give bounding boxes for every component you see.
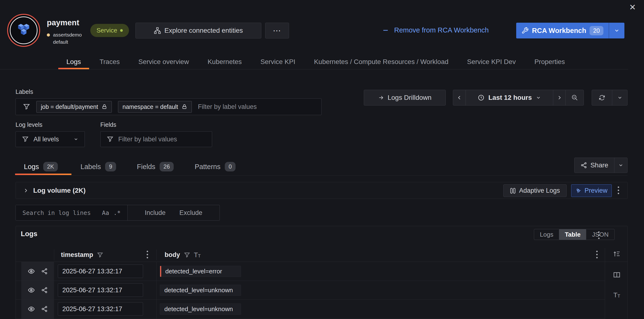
logs-drilldown-button[interactable]: Logs Drilldown: [364, 90, 446, 105]
share-icon[interactable]: [41, 287, 48, 294]
exclude-button[interactable]: Exclude: [180, 209, 202, 217]
refresh-interval-dropdown[interactable]: [612, 90, 627, 105]
column-divider: [605, 248, 605, 319]
more-actions-button[interactable]: ⋯: [265, 23, 289, 38]
preview-label: Preview: [584, 187, 608, 194]
tab-kubernetes[interactable]: Kubernetes: [200, 54, 250, 69]
fields-filter-placeholder: Filter by label values: [118, 136, 177, 143]
timestamp-column-header[interactable]: timestamp: [61, 248, 103, 262]
page-title: payment: [47, 18, 79, 27]
refresh-icon: [598, 94, 605, 101]
label-chip-namespace[interactable]: namespace = default: [118, 101, 192, 113]
view-option-json[interactable]: JSON: [586, 229, 614, 240]
log-search-input[interactable]: [22, 209, 94, 216]
adaptive-logs-label: Adaptive Logs: [519, 187, 560, 194]
inspect-eye-icon[interactable]: [28, 268, 35, 275]
text-size-icon[interactable]: TT: [194, 252, 201, 258]
time-range-button[interactable]: Last 12 hours: [466, 90, 553, 105]
labels-filter-input[interactable]: job = default/payment namespace = defaul…: [16, 98, 322, 115]
share-dropdown[interactable]: [614, 158, 627, 173]
timestamp-column-menu[interactable]: [147, 251, 148, 258]
tab-logs[interactable]: Logs: [58, 54, 89, 69]
service-type-label: Service: [96, 27, 117, 34]
fields-filter-input[interactable]: Filter by label values: [100, 131, 212, 147]
logs-drilldown-label: Logs Drilldown: [388, 94, 432, 101]
tab-label: Service overview: [138, 58, 189, 66]
tab-kubernetes-compute-resources-workload[interactable]: Kubernetes / Compute Resources / Workloa…: [306, 54, 456, 69]
log-volume-expander[interactable]: Log volume (2K): [23, 182, 86, 199]
view-option-table[interactable]: Table: [559, 229, 586, 240]
close-button[interactable]: ✕: [627, 2, 638, 12]
preview-button[interactable]: Preview: [571, 184, 612, 197]
tab-service-overview[interactable]: Service overview: [130, 54, 197, 69]
logs-table-panel: Logs Logs Table JSON timestamp body TT: [16, 226, 628, 319]
arrow-right-icon: [378, 95, 384, 101]
subtab-labels[interactable]: Labels 9: [80, 162, 116, 171]
logs-panel-menu-button[interactable]: [598, 231, 600, 239]
body-cell[interactable]: detected_level=error: [160, 266, 241, 277]
log-table-row[interactable]: 2025-06-27 13:32:17 detected_level=unkno…: [16, 300, 605, 319]
page: ✕ payment assertsdemo default: [0, 0, 644, 319]
body-cell[interactable]: detected_level=unknown: [160, 285, 241, 296]
time-picker-group: Last 12 hours: [453, 90, 584, 105]
refresh-button[interactable]: [592, 90, 612, 105]
tab-service-kpi[interactable]: Service KPI: [252, 54, 303, 69]
subtab-label: Patterns: [195, 163, 220, 171]
adaptive-logs-button[interactable]: Adaptive Logs: [503, 184, 566, 197]
time-zoom-out-button[interactable]: [566, 90, 584, 105]
sort-rows-icon[interactable]: [613, 250, 620, 258]
log-volume-panel: Log volume (2K) Adaptive Logs Preview: [16, 182, 628, 199]
timestamp-cell[interactable]: 2025-06-27 13:32:17: [58, 265, 143, 278]
remove-from-workbench-link[interactable]: Remove from RCA Workbench: [382, 26, 489, 34]
tab-service-kpi-dev[interactable]: Service KPI Dev: [459, 54, 524, 69]
more-icon: ⋯: [273, 26, 282, 35]
share-icon[interactable]: [41, 306, 48, 312]
wrench-icon: [522, 27, 528, 34]
text-size-icon[interactable]: TT: [614, 292, 620, 298]
log-levels-title: Log levels: [16, 121, 42, 128]
tab-traces[interactable]: Traces: [92, 54, 128, 69]
subtab-fields[interactable]: Fields 26: [137, 162, 174, 171]
filter-funnel-icon[interactable]: [97, 252, 103, 258]
log-search-input-zone[interactable]: Aa .*: [16, 205, 128, 220]
log-table-row[interactable]: 2025-06-27 13:32:17 detected_level=unkno…: [16, 281, 605, 300]
time-forward-button[interactable]: [553, 90, 566, 105]
env-namespace: default: [53, 39, 68, 45]
share-icon[interactable]: [41, 268, 48, 275]
adaptive-logs-icon: [510, 188, 516, 194]
log-table-row[interactable]: 2025-06-27 13:32:17 detected_level=error: [16, 262, 605, 281]
log-levels-dropdown[interactable]: All levels: [16, 131, 85, 147]
split-columns-icon[interactable]: [613, 271, 620, 279]
share-button-group: Share: [574, 158, 628, 173]
filter-funnel-icon[interactable]: [184, 252, 190, 258]
rca-workbench-button[interactable]: RCA Workbench 20: [516, 23, 624, 38]
rca-workbench-count-badge: 20: [590, 26, 604, 35]
subtab-logs[interactable]: Logs 2K: [24, 162, 58, 171]
body-cell[interactable]: detected_level=unknown: [160, 304, 241, 315]
body-column-header[interactable]: body TT: [164, 248, 201, 262]
explore-connected-entities-button[interactable]: Explore connected entities: [136, 23, 261, 38]
share-button[interactable]: Share: [574, 158, 614, 173]
log-volume-menu-button[interactable]: [618, 187, 619, 194]
table-tools-strip: TT: [613, 250, 620, 298]
subtab-patterns[interactable]: Patterns 0: [195, 162, 236, 171]
body-column-menu[interactable]: [596, 251, 598, 258]
inspect-eye-icon[interactable]: [28, 306, 35, 313]
view-option-logs[interactable]: Logs: [534, 229, 559, 240]
filter-funnel-icon: [23, 103, 30, 110]
rocket-icon: [576, 188, 582, 194]
timestamp-cell[interactable]: 2025-06-27 13:32:17: [58, 284, 143, 297]
tab-properties[interactable]: Properties: [526, 54, 573, 69]
column-divider: [54, 250, 54, 260]
timestamp-cell[interactable]: 2025-06-27 13:32:17: [58, 302, 143, 316]
rca-workbench-label: RCA Workbench: [532, 27, 586, 35]
subtab-count: 2K: [43, 162, 58, 171]
case-sensitivity-toggle[interactable]: Aa: [102, 209, 109, 216]
label-chip-job[interactable]: job = default/payment: [36, 101, 112, 113]
rca-workbench-dropdown[interactable]: [609, 23, 624, 38]
inspect-eye-icon[interactable]: [28, 287, 35, 294]
time-back-button[interactable]: [453, 90, 466, 105]
include-button[interactable]: Include: [145, 209, 166, 217]
regex-toggle[interactable]: .*: [114, 209, 121, 216]
rca-workbench-main[interactable]: RCA Workbench 20: [516, 23, 609, 38]
